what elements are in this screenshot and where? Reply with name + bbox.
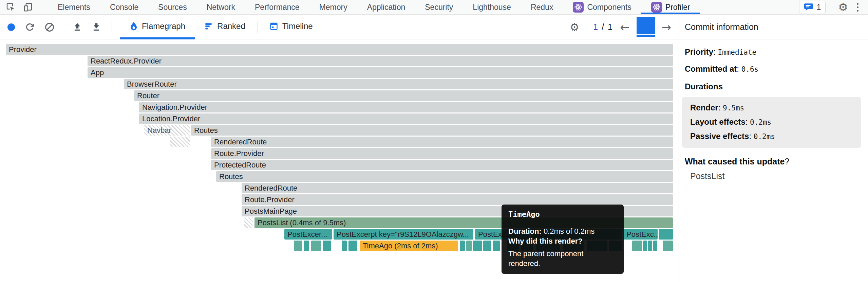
settings-gear-icon[interactable]: ⚙ (838, 1, 848, 14)
tooltip-component-name: TimeAgo (508, 210, 617, 218)
tab-redux[interactable]: Redux (521, 0, 563, 14)
flame-bar-navigation-provider[interactable]: Navigation.Provider (139, 102, 673, 112)
tab-elements[interactable]: Elements (48, 0, 100, 14)
save-profile-icon[interactable] (91, 22, 101, 32)
flame-bar-protectedroute[interactable]: ProtectedRoute (211, 160, 673, 170)
flame-bar[interactable] (663, 241, 673, 251)
flame-bar[interactable] (632, 241, 642, 251)
flame-bar-postexcerpt-key-r9s12l9oalazczgw[interactable]: PostExcerpt key="r9S12L9OAlazczgw... (334, 229, 473, 240)
flame-bar[interactable] (342, 241, 347, 251)
durations-box: Render: 9.5ms Layout effects: 0.2ms Pass… (682, 97, 861, 148)
flame-bar-router[interactable]: Router (134, 90, 673, 101)
flame-bar-routes[interactable]: Routes (191, 125, 673, 136)
what-caused-title: What caused this update? (685, 157, 861, 166)
flame-bar-timeago-2ms-of-2ms[interactable]: TimeAgo (2ms of 2ms) (360, 241, 458, 251)
committed-at-row: Committed at: 0.6s (685, 64, 861, 74)
flame-bar[interactable] (473, 241, 482, 251)
ranked-bars-icon (204, 22, 213, 31)
devtools-tabbar: Elements Console Sources Network Perform… (0, 0, 868, 15)
cause-item[interactable]: PostsList (685, 171, 861, 181)
flame-bar[interactable] (304, 241, 309, 251)
device-toolbar-icon[interactable] (23, 2, 33, 12)
flame-bar-renderedroute[interactable]: RenderedRoute (211, 137, 673, 147)
previous-commit-arrow-icon[interactable]: ← (620, 20, 630, 34)
flame-bar[interactable] (493, 241, 500, 251)
priority-row: Priority: Immediate (685, 47, 861, 57)
durations-title: Durations (685, 82, 861, 91)
toolbar-separator (586, 22, 586, 32)
tab-components[interactable]: Components (563, 0, 641, 14)
flamegraph-canvas[interactable]: ProviderReactRedux.ProviderAppBrowserRou… (0, 39, 679, 282)
flame-bar-renderedroute[interactable]: RenderedRoute (242, 183, 673, 193)
tab-memory[interactable]: Memory (309, 0, 357, 14)
commit-info-panel: Priority: Immediate Committed at: 0.6s D… (679, 39, 868, 282)
tooltip-duration: Duration: 0.2ms of 0.2ms (508, 226, 617, 236)
flame-bar[interactable] (170, 137, 190, 147)
flame-bar[interactable] (483, 241, 491, 251)
flame-bar-postexcer[interactable]: PostExcer... (284, 229, 332, 240)
devtools-tabs: Elements Console Sources Network Perform… (48, 0, 700, 14)
flame-bar[interactable] (460, 241, 465, 251)
flame-bar[interactable] (659, 229, 673, 240)
flame-bar-postexc[interactable]: PostExc... (623, 229, 658, 240)
flame-bar-navbar[interactable]: Navbar (144, 125, 190, 136)
tab-network[interactable]: Network (197, 0, 245, 14)
flame-bar-app[interactable]: App (88, 67, 673, 78)
flame-bar[interactable] (643, 241, 647, 251)
toolbar-separator (41, 2, 41, 12)
toolbar-separator (112, 21, 112, 33)
tab-profiler[interactable]: Profiler (641, 0, 700, 14)
tab-lighthouse[interactable]: Lighthouse (463, 0, 521, 14)
react-icon (573, 2, 584, 13)
flame-bar-browserrouter[interactable]: BrowserRouter (124, 79, 673, 89)
flame-bar-route-provider[interactable]: Route.Provider (242, 194, 673, 205)
record-button[interactable] (7, 23, 15, 31)
flame-bar[interactable] (311, 241, 321, 251)
issues-badge[interactable]: 1 (799, 1, 826, 14)
tab-application[interactable]: Application (357, 0, 415, 14)
flame-bar-route-provider[interactable]: Route.Provider (211, 148, 673, 159)
toolbar-separator (258, 21, 258, 33)
commit-selector[interactable] (637, 17, 655, 37)
commit-counter: 1 / 1 (593, 22, 613, 32)
view-tab-flamegraph[interactable]: Flamegraph (120, 15, 195, 39)
flame-bar[interactable] (244, 217, 253, 228)
view-tab-ranked[interactable]: Ranked (195, 15, 255, 39)
commit-bar[interactable] (637, 17, 655, 34)
flame-icon (130, 21, 138, 31)
commit-bar-strip (637, 35, 655, 37)
view-tab-timeline[interactable]: Timeline (260, 15, 322, 39)
kebab-menu-icon[interactable] (854, 3, 861, 12)
flame-tooltip: TimeAgo Duration: 0.2ms of 0.2ms Why did… (502, 205, 624, 274)
flame-bar-routes[interactable]: Routes (216, 171, 673, 182)
inspect-element-icon[interactable] (5, 2, 16, 12)
toolbar-separator (832, 2, 832, 12)
clear-profile-icon[interactable] (44, 22, 55, 33)
tooltip-why-value: The parent component rendered. (508, 249, 617, 268)
flame-bar-reactredux-provider[interactable]: ReactRedux.Provider (88, 56, 673, 66)
toolbar-separator (64, 21, 64, 33)
flame-bar[interactable] (294, 241, 302, 251)
flame-bar[interactable] (466, 241, 472, 251)
render-duration-row: Render: 9.5ms (690, 103, 861, 112)
tab-security[interactable]: Security (415, 0, 463, 14)
tab-sources[interactable]: Sources (148, 0, 196, 14)
reload-profile-icon[interactable] (24, 22, 35, 33)
tab-performance[interactable]: Performance (245, 0, 309, 14)
timeline-icon (269, 22, 278, 31)
flame-bar[interactable] (653, 241, 657, 251)
flame-bar[interactable] (348, 241, 357, 251)
load-profile-icon[interactable] (72, 22, 82, 32)
flame-bar-location-provider[interactable]: Location.Provider (139, 113, 673, 124)
tooltip-why-label: Why did this render? (508, 236, 617, 246)
flame-bar[interactable] (648, 241, 652, 251)
flame-bar[interactable] (323, 241, 331, 251)
next-commit-arrow-icon[interactable]: → (662, 20, 672, 34)
tab-console[interactable]: Console (100, 0, 148, 14)
comment-icon (804, 3, 813, 12)
flame-bar-provider[interactable]: Provider (6, 44, 673, 55)
react-icon (651, 2, 662, 13)
profiler-toolbar: Flamegraph Ranked Timeline ⚙ 1 / 1 ← (0, 15, 868, 39)
layout-effects-row: Layout effects: 0.2ms (690, 117, 861, 127)
profiler-settings-gear-icon[interactable]: ⚙ (570, 21, 580, 34)
